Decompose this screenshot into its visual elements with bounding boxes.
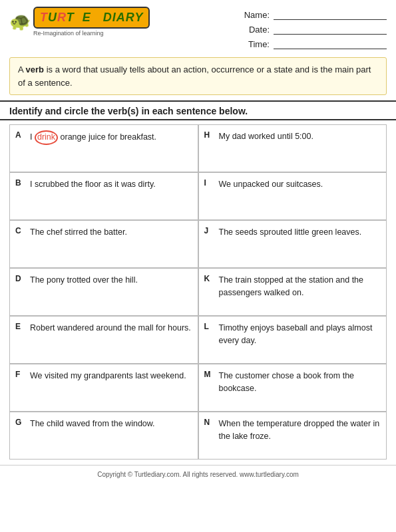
- circled-drink: drink: [35, 130, 58, 145]
- cell-label-B: B: [15, 178, 26, 188]
- cell-K: K The train stopped at the station and t…: [198, 268, 387, 316]
- cell-label-K: K: [204, 274, 215, 283]
- logo-text: TURTLE DIARY: [33, 7, 150, 29]
- cell-I: I We unpacked our suitcases.: [198, 172, 387, 220]
- time-line: [274, 39, 387, 49]
- cell-text-L: Timothy enjoys baseball and plays almost…: [219, 322, 381, 347]
- logo-area: 🐢 TURTLE DIARY Re-Imagination of learnin…: [9, 7, 150, 37]
- cell-H: H My dad worked until 5:00.: [198, 124, 387, 172]
- cell-text-J: The seeds sprouted little green leaves.: [219, 226, 381, 239]
- cell-text-B: I scrubbed the floor as it was dirty.: [30, 178, 192, 191]
- cell-E: E Robert wandered around the mall for ho…: [9, 316, 198, 364]
- cell-text-G: The child waved from the window.: [30, 418, 192, 430]
- logo-tagline: Re-Imagination of learning: [33, 30, 150, 37]
- cell-label-D: D: [15, 274, 26, 283]
- def-keyword: verb: [26, 65, 44, 74]
- date-row: Date:: [243, 24, 387, 35]
- def-text-before: A: [18, 65, 26, 74]
- cell-text-K: The train stopped at the station and the…: [219, 274, 381, 299]
- cell-text-H: My dad worked until 5:00.: [219, 130, 381, 143]
- cell-label-G: G: [15, 418, 26, 427]
- cell-text-E: Robert wandered around the mall for hour…: [30, 322, 192, 334]
- cell-label-C: C: [15, 226, 26, 235]
- cell-text-I: We unpacked our suitcases.: [219, 178, 381, 191]
- cell-text-C: The chef stirred the batter.: [30, 226, 192, 239]
- name-fields: Name: Date: Time:: [243, 7, 387, 49]
- cell-D: D The pony trotted over the hill.: [9, 268, 198, 316]
- time-label: Time:: [243, 39, 270, 49]
- cell-label-H: H: [204, 130, 215, 140]
- date-label: Date:: [243, 25, 270, 35]
- cell-label-J: J: [204, 226, 215, 235]
- cell-text-D: The pony trotted over the hill.: [30, 274, 192, 287]
- sentences-grid: A I drink orange juice for breakfast. H …: [0, 124, 396, 460]
- cell-label-I: I: [204, 178, 215, 188]
- cell-label-A: A: [15, 130, 26, 140]
- cell-label-N: N: [204, 418, 215, 427]
- name-label: Name:: [243, 10, 270, 20]
- name-row: Name:: [243, 9, 387, 20]
- date-line: [274, 24, 387, 35]
- cell-M: M The customer chose a book from the boo…: [198, 364, 387, 412]
- cell-G: G The child waved from the window.: [9, 412, 198, 460]
- name-line: [274, 9, 387, 20]
- cell-B: B I scrubbed the floor as it was dirty.: [9, 172, 198, 220]
- cell-C: C The chef stirred the batter.: [9, 220, 198, 268]
- instruction: Identify and circle the verb(s) in each …: [0, 100, 396, 120]
- header: 🐢 TURTLE DIARY Re-Imagination of learnin…: [0, 0, 396, 53]
- time-row: Time:: [243, 39, 387, 49]
- cell-F: F We visited my grandparents last weeken…: [9, 364, 198, 412]
- cell-label-M: M: [204, 370, 215, 379]
- cell-text-A: I drink orange juice for breakfast.: [30, 130, 192, 145]
- cell-J: J The seeds sprouted little green leaves…: [198, 220, 387, 268]
- cell-text-F: We visited my grandparents last weekend.: [30, 370, 192, 382]
- cell-N: N When the temperature dropped the water…: [198, 412, 387, 460]
- cell-label-E: E: [15, 322, 26, 331]
- cell-text-M: The customer chose a book from the bookc…: [219, 370, 381, 395]
- cell-L: L Timothy enjoys baseball and plays almo…: [198, 316, 387, 364]
- footer: Copyright © Turtlediary.com. All rights …: [0, 465, 396, 482]
- cell-A: A I drink orange juice for breakfast.: [9, 124, 198, 172]
- def-text-after: is a word that usually tells about an ac…: [18, 65, 371, 88]
- cell-label-L: L: [204, 322, 215, 331]
- definition-box: A verb is a word that usually tells abou…: [9, 57, 387, 95]
- cell-label-F: F: [15, 370, 26, 379]
- cell-text-N: When the temperature dropped the water i…: [219, 418, 381, 443]
